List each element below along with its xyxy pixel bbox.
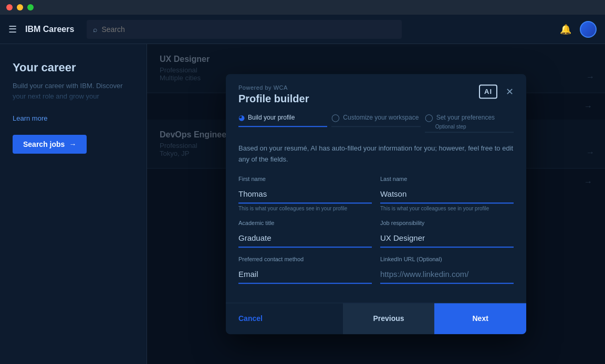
traffic-light-green[interactable] [27,4,34,10]
window-chrome [0,0,605,15]
last-name-input[interactable] [380,185,514,204]
search-jobs-button[interactable]: Search jobs → [13,135,87,154]
last-name-label: Last name [380,176,514,182]
traffic-light-red[interactable] [6,4,13,10]
first-name-label: First name [238,176,372,182]
preferred-contact-label: Preferred contact method [238,256,372,262]
close-button[interactable]: ✕ [506,86,514,98]
academic-title-input[interactable] [238,229,372,248]
step-2-icon: ◯ [331,113,340,122]
intro-text: Based on your resumé, AI has auto-filled… [238,143,514,165]
next-button[interactable]: Next [434,303,526,334]
form-group-linkedin: LinkedIn URL (Optional) [380,256,514,284]
form-group-job-responsibility: Job responsibility [380,220,514,248]
step-build-profile: ◕ Build your profile [238,113,327,127]
step-set-preferences: ◯ Set your preferences Optional step [425,113,514,133]
form-group-first-name: First name This is what your colleagues … [238,176,372,211]
modal-title: Profile builder [238,93,309,105]
linkedin-label: LinkedIn URL (Optional) [380,256,514,262]
ai-badge: AI [479,84,497,99]
app-header: ☰ IBM Careers ⌕ 🔔 [0,15,605,44]
sidebar-description: Build your career with IBM. Discover you… [13,81,134,102]
job-responsibility-input[interactable] [380,229,514,248]
first-name-input[interactable] [238,185,372,204]
step-1-icon: ◕ [238,113,245,122]
step-3-icon: ◯ [425,113,433,122]
traffic-light-yellow[interactable] [17,4,23,10]
powered-by-label: Powered by WCA [238,84,309,91]
preferred-contact-input[interactable] [238,265,372,284]
bell-icon[interactable]: 🔔 [560,24,571,35]
step-3-label: Set your preferences [436,114,495,121]
step-2-label: Customize your workspace [343,114,419,121]
step-1-label: Build your profile [248,114,295,121]
profile-builder-modal: Powered by WCA Profile builder AI ✕ ◕ Bu… [226,74,526,334]
step-3-optional: Optional step [435,124,514,130]
form-row-contact-linkedin: Preferred contact method LinkedIn URL (O… [238,256,514,284]
app-title: IBM Careers [25,25,74,34]
linkedin-input[interactable] [380,265,514,284]
avatar[interactable] [580,21,597,38]
form-group-preferred-contact: Preferred contact method [238,256,372,284]
cancel-button[interactable]: Cancel [226,303,343,334]
modal-header-left: Powered by WCA Profile builder [238,84,309,105]
cards-area: UX Designer Professional Multiple cities… [147,44,605,364]
sidebar: Your career Build your career with IBM. … [0,44,147,364]
form-group-academic-title: Academic title [238,220,372,248]
modal-body: Based on your resumé, AI has auto-filled… [226,133,526,303]
form-group-last-name: Last name This is what your colleagues s… [380,176,514,211]
form-row-name: First name This is what your colleagues … [238,176,514,211]
search-input[interactable] [101,25,395,34]
last-name-hint: This is what your colleagues see in your… [380,206,514,211]
header-actions: 🔔 [560,21,597,38]
step-customize-workspace: ◯ Customize your workspace [331,113,420,127]
first-name-hint: This is what your colleagues see in your… [238,206,372,211]
hamburger-icon[interactable]: ☰ [8,24,17,35]
search-icon: ⌕ [93,25,97,34]
previous-button[interactable]: Previous [343,303,435,334]
academic-title-label: Academic title [238,220,372,226]
learn-more-link[interactable]: Learn more [13,114,134,122]
main-content: Your career Build your career with IBM. … [0,44,605,364]
form-row-title-job: Academic title Job responsibility [238,220,514,248]
sidebar-title: Your career [13,61,134,74]
modal-header: Powered by WCA Profile builder AI ✕ [226,74,526,105]
job-responsibility-label: Job responsibility [380,220,514,226]
modal-footer: Cancel Previous Next [226,303,526,334]
search-bar: ⌕ [87,20,402,39]
